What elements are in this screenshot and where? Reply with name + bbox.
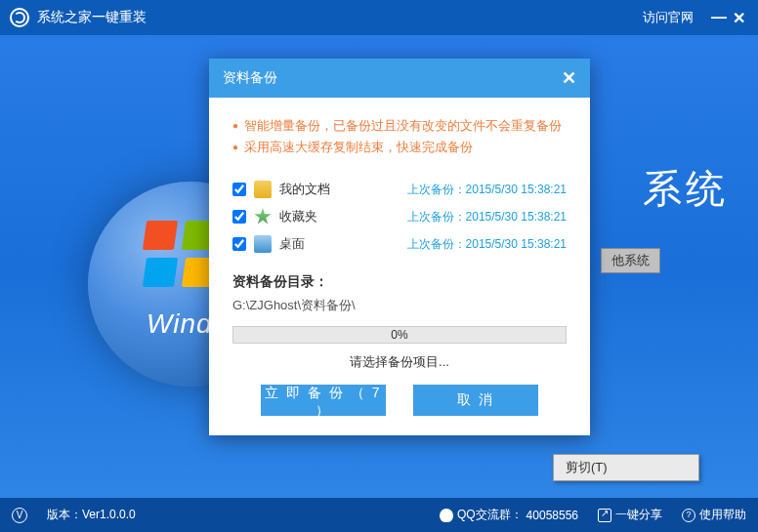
- backup-dialog: 资料备份 ✕ 智能增量备份，已备份过且没有改变的文件不会重复备份 采用高速大缓存…: [209, 59, 590, 435]
- backup-item-documents: 我的文档 上次备份：2015/5/30 15:38:21: [232, 176, 567, 203]
- minimize-button[interactable]: —: [709, 9, 729, 26]
- close-button[interactable]: ✕: [729, 9, 748, 27]
- windows-logo-icon: [145, 221, 215, 287]
- dialog-header: 资料备份 ✕: [209, 59, 590, 98]
- dialog-title: 资料备份: [223, 69, 277, 87]
- help-icon: ?: [682, 509, 695, 522]
- checkbox-documents[interactable]: [232, 183, 246, 196]
- app-logo-icon: [10, 8, 29, 27]
- backup-item-desktop: 桌面 上次备份：2015/5/30 15:38:21: [232, 230, 567, 258]
- progress-text: 0%: [233, 327, 566, 343]
- other-system-button[interactable]: 他系统: [601, 248, 660, 273]
- item-label: 桌面: [279, 235, 358, 253]
- share-link[interactable]: 一键分享: [598, 507, 662, 523]
- status-message: 请选择备份项目...: [232, 353, 567, 371]
- item-time: 上次备份：2015/5/30 15:38:21: [407, 236, 567, 253]
- backup-item-list: 我的文档 上次备份：2015/5/30 15:38:21 收藏夹 上次备份：20…: [232, 176, 567, 258]
- item-label: 我的文档: [279, 181, 358, 198]
- context-menu[interactable]: 剪切(T): [553, 454, 699, 481]
- version-label: 版本：Ver1.0.0.0: [47, 507, 136, 523]
- main-window: 系统之家一键重装 访问官网 — ✕ Windo 系统 他系统 资料备份 ✕ 智能…: [0, 0, 758, 532]
- info-bullets: 智能增量备份，已备份过且没有改变的文件不会重复备份 采用高速大缓存复制结束，快速…: [232, 115, 567, 158]
- cancel-button[interactable]: 取 消: [413, 385, 538, 416]
- checkbox-desktop[interactable]: [232, 237, 246, 251]
- desktop-icon: [254, 235, 272, 253]
- progress-bar: 0%: [232, 326, 567, 344]
- documents-icon: [254, 181, 272, 198]
- version-icon: V: [12, 508, 27, 523]
- qq-icon: [440, 509, 453, 522]
- backup-now-button[interactable]: 立 即 备 份 （ 7 ）: [261, 385, 386, 416]
- info-bullet: 智能增量备份，已备份过且没有改变的文件不会重复备份: [232, 115, 567, 137]
- info-bullet: 采用高速大缓存复制结束，快速完成备份: [232, 137, 567, 158]
- statusbar: V 版本：Ver1.0.0.0 QQ交流群：40058556 一键分享 ? 使用…: [0, 498, 758, 532]
- dialog-close-button[interactable]: ✕: [562, 67, 576, 89]
- backup-item-favorites: 收藏夹 上次备份：2015/5/30 15:38:21: [232, 203, 567, 230]
- headline-suffix: 系统: [643, 162, 729, 216]
- favorites-icon: [254, 208, 272, 225]
- titlebar: 系统之家一键重装 访问官网 — ✕: [0, 0, 758, 35]
- help-link[interactable]: ? 使用帮助: [682, 507, 746, 523]
- item-time: 上次备份：2015/5/30 15:38:21: [407, 209, 567, 225]
- share-icon: [598, 509, 611, 522]
- item-time: 上次备份：2015/5/30 15:38:21: [407, 182, 567, 198]
- context-cut[interactable]: 剪切(T): [566, 460, 608, 474]
- item-label: 收藏夹: [279, 208, 358, 225]
- qq-group-link[interactable]: QQ交流群：40058556: [440, 507, 578, 523]
- app-title: 系统之家一键重装: [37, 9, 147, 26]
- backup-dir-label: 资料备份目录：: [232, 273, 567, 291]
- visit-site-link[interactable]: 访问官网: [643, 9, 694, 26]
- checkbox-favorites[interactable]: [232, 210, 246, 224]
- backup-dir-path: G:\ZJGhost\资料备份\: [232, 297, 567, 314]
